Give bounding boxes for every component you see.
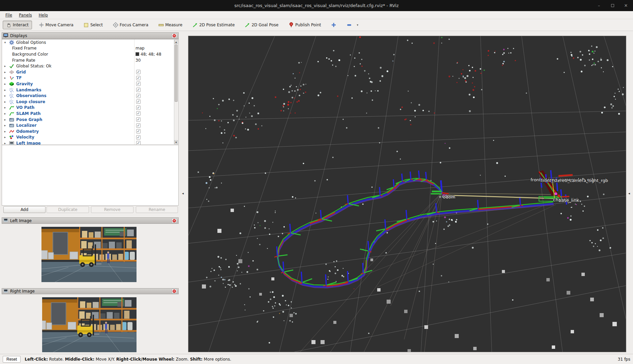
- tree-item-global-options[interactable]: ▾Global Options: [2, 39, 178, 46]
- expander-icon[interactable]: ▸: [3, 94, 7, 97]
- tree-item-label: Gravity: [16, 82, 33, 86]
- right-image-panel-title: Right Image: [10, 289, 170, 294]
- right-panel-collapse-icon[interactable]: ◂: [628, 191, 630, 195]
- expander-icon[interactable]: ▸: [3, 112, 7, 115]
- tool-2d-goal-pose[interactable]: 2D Goal Pose: [241, 21, 282, 29]
- expander-icon[interactable]: ▸: [3, 118, 7, 121]
- tool-interact[interactable]: Interact: [3, 21, 32, 29]
- tree-item-pose-graph[interactable]: ▸Pose Graph✓: [2, 117, 178, 123]
- enabled-checkbox[interactable]: ✓: [136, 141, 141, 145]
- tree-item-label: Loop closure: [16, 99, 45, 104]
- expander-icon[interactable]: ▸: [3, 142, 7, 145]
- enabled-checkbox[interactable]: ✓: [136, 76, 141, 80]
- enabled-checkbox[interactable]: ✓: [136, 88, 141, 92]
- expander-icon[interactable]: ▸: [3, 100, 7, 103]
- tool-measure[interactable]: Measure: [155, 21, 186, 29]
- enabled-checkbox[interactable]: ✓: [136, 70, 141, 74]
- velocity-icon: [9, 135, 14, 140]
- left-image-close-button[interactable]: ✕: [172, 218, 177, 223]
- tool-move-camera[interactable]: Move Camera: [35, 21, 77, 29]
- statusbar: Reset Left-Click: Rotate. Middle-Click: …: [0, 354, 633, 364]
- enabled-checkbox[interactable]: ✓: [136, 111, 141, 116]
- focus-camera-icon: [113, 22, 118, 28]
- tree-item-label: Global Status: Ok: [16, 64, 52, 68]
- tree-item-global-status[interactable]: ▸Global Status: Ok: [2, 63, 178, 69]
- add-button[interactable]: Add: [3, 206, 46, 213]
- tool-remove-tool-minus-icon[interactable]: [343, 21, 355, 29]
- tool-publish-point[interactable]: Publish Point: [285, 21, 324, 29]
- displays-tree-scrollbar[interactable]: ▲ ▼: [174, 40, 178, 144]
- enabled-checkbox[interactable]: ✓: [136, 123, 141, 128]
- tool-add-tool-plus-icon[interactable]: [328, 21, 340, 29]
- expander-icon[interactable]: ▸: [3, 130, 7, 133]
- expander-icon[interactable]: ▸: [3, 70, 7, 74]
- property-value[interactable]: map: [135, 46, 145, 51]
- menu-file[interactable]: File: [2, 11, 16, 19]
- tool-2d-pose-estimate[interactable]: 2D Pose Estimate: [189, 21, 238, 29]
- displays-close-button[interactable]: ✕: [172, 33, 177, 38]
- tree-item-left-image[interactable]: ▸Left Image✓: [2, 140, 178, 145]
- tool-focus-camera[interactable]: Focus Camera: [110, 21, 152, 29]
- enabled-checkbox[interactable]: ✓: [136, 117, 141, 122]
- publish-point-pin-icon: [289, 22, 294, 28]
- tree-item-observations[interactable]: ▸Observations✓: [2, 93, 178, 99]
- property-value[interactable]: 48; 48; 48: [135, 52, 161, 57]
- enabled-checkbox[interactable]: ✓: [136, 82, 141, 86]
- tool-select[interactable]: Select: [80, 21, 106, 29]
- right-image-panel-header[interactable]: Right Image ✕: [2, 288, 179, 294]
- tool-label: 2D Pose Estimate: [199, 23, 235, 27]
- tree-item-label: Left Image: [16, 141, 41, 145]
- tool-label: Publish Point: [295, 23, 321, 27]
- tree-item-localizer[interactable]: ▸Localizer✓: [2, 122, 178, 128]
- reset-button[interactable]: Reset: [3, 356, 21, 363]
- tree-item-frame-rate[interactable]: Frame Rate30: [2, 57, 178, 63]
- 3d-viewport[interactable]: odomodomchassis_linkbase_linkfront_stere…: [188, 36, 626, 352]
- cube-icon: [9, 82, 14, 86]
- tree-item-tf[interactable]: ▸TF✓: [2, 75, 178, 81]
- restore-icon[interactable]: [610, 3, 615, 8]
- property-value[interactable]: 30: [135, 58, 141, 63]
- tree-item-gravity[interactable]: ▸Gravity✓: [2, 81, 178, 87]
- enabled-checkbox[interactable]: ✓: [136, 129, 141, 133]
- left-panel-collapse-icon[interactable]: ◂: [182, 191, 184, 195]
- tree-item-fixed-frame[interactable]: Fixed Framemap: [2, 46, 178, 52]
- expander-icon[interactable]: ▾: [3, 41, 7, 44]
- path-icon: [9, 105, 14, 110]
- expander-icon[interactable]: ▸: [3, 106, 7, 109]
- close-icon[interactable]: ✕: [624, 3, 628, 8]
- enabled-checkbox[interactable]: ✓: [136, 105, 141, 110]
- fps-counter: 31 fps: [618, 357, 630, 362]
- tree-item-landmarks[interactable]: ▸Landmarks✓: [2, 87, 178, 93]
- expander-icon[interactable]: ▸: [3, 64, 7, 68]
- displays-tree[interactable]: ▾Global OptionsFixed FramemapBackground …: [2, 39, 179, 145]
- expander-icon[interactable]: ▸: [3, 135, 7, 139]
- left-image-panel-header[interactable]: Left Image ✕: [2, 217, 179, 224]
- tree-item-slam-path[interactable]: ▸SLAM Path✓: [2, 111, 178, 117]
- tree-item-loop-closure[interactable]: ▸Loop closure✓: [2, 99, 178, 105]
- pose-arrow-icon: [245, 22, 250, 28]
- enabled-checkbox[interactable]: ✓: [136, 94, 141, 98]
- enabled-checkbox[interactable]: ✓: [136, 135, 141, 140]
- menu-help[interactable]: Help: [35, 11, 51, 19]
- tree-item-odometry[interactable]: ▸Odometry✓: [2, 128, 178, 134]
- expander-icon[interactable]: ▸: [3, 76, 7, 80]
- toolbar-overflow-icon[interactable]: ▾: [357, 23, 358, 27]
- menu-panels[interactable]: Panels: [16, 11, 35, 19]
- enabled-checkbox[interactable]: ✓: [136, 99, 141, 104]
- tree-item-vo-path[interactable]: ▸VO Path✓: [2, 105, 178, 111]
- tree-item-velocity[interactable]: ▸Velocity✓: [2, 134, 178, 141]
- tree-item-grid[interactable]: ▸Grid✓: [2, 69, 178, 75]
- expander-icon[interactable]: ▸: [3, 88, 7, 92]
- minimize-icon[interactable]: –: [597, 3, 601, 8]
- scrollbar-thumb[interactable]: [175, 44, 178, 102]
- expander-icon[interactable]: ▸: [3, 82, 7, 86]
- displays-panel-header[interactable]: Displays ✕: [2, 32, 179, 39]
- scroll-down-icon[interactable]: ▼: [174, 140, 178, 144]
- expander-icon[interactable]: ▸: [3, 124, 7, 127]
- tf-frame-label: odom: [443, 194, 455, 200]
- tf-frame-label: front_stereo_camera_right_rgb: [541, 178, 608, 183]
- right-image-close-button[interactable]: ✕: [172, 289, 177, 294]
- scroll-up-icon[interactable]: ▲: [174, 40, 178, 44]
- tree-item-background-color[interactable]: Background Color48; 48; 48: [2, 51, 178, 57]
- window-title: src/isaac_ros_visual_slam/isaac_ros_visu…: [0, 0, 633, 11]
